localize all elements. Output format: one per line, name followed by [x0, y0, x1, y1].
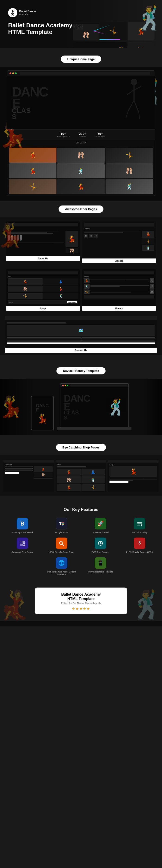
contact-input-1[interactable]: [7, 337, 81, 339]
shop-inner-card: Shop 💃 👗 🩰 💃 🤸 🕺 $99.00 Add to Cart S: [6, 269, 80, 311]
events-pagination: [84, 295, 154, 299]
home-page-preview: 💃 🕺 DANCE CLASS: [0, 67, 162, 201]
shop-heading-label: Shop: [8, 276, 78, 277]
class-img-2: 🤸: [142, 238, 154, 244]
header-thumb-2: 🤸: [100, 22, 126, 40]
checkout-label: Checkout: [5, 464, 53, 466]
speed-icon: 🚀: [95, 518, 106, 529]
checkout-inner: 💃 🩰: [5, 466, 53, 478]
contact-submit-btn[interactable]: [7, 342, 155, 344]
inner-pages-label-bar: Awesome Inner Pages: [0, 201, 162, 217]
order-item-1: 💃: [34, 466, 53, 472]
laptop-dancer: 🕺: [106, 398, 126, 417]
device-label: Device Friendly Template: [57, 367, 105, 374]
laptop-nav: [60, 384, 128, 387]
shop-label: Eye Catching Shop Pages: [56, 444, 106, 451]
event-img-1: 💃: [84, 278, 90, 283]
google-fonts-icon: T: [56, 518, 67, 529]
laptop-class-text: CLASS: [64, 410, 90, 420]
shop-item-2: 👗: [43, 278, 78, 285]
device-preview-area: 💃 DANCE 💃: [0, 379, 162, 435]
hero-dance-word: DANCE: [12, 86, 48, 109]
class-img-3: 🕺: [142, 245, 154, 251]
header-thumb-4: DANCE CLASSES 🕺: [73, 42, 127, 48]
geo-decoration-3: [99, 39, 120, 40]
event-item-3: 🤸 10MAR: [84, 289, 154, 294]
contact-title: [7, 322, 66, 323]
footer-card-sub: If You Like Our Theme Please Rate Us: [39, 602, 123, 604]
footer-dancer-right: 🕺: [130, 589, 162, 621]
about-dancer-img: 💃: [65, 231, 78, 247]
header-thumb-5: 🩰: [128, 42, 154, 48]
product-nav: [108, 460, 159, 463]
product-name: [109, 477, 143, 478]
device-mockups-row: DANCE 💃 DANCE CLASS: [2, 383, 160, 430]
classes-preview: Classes 01 02 03 💃: [82, 221, 156, 258]
contact-body: 🗺️: [5, 320, 157, 347]
shop-pages-area: Checkout 💃 🩰: [0, 455, 162, 496]
laptop-dot-r: [62, 385, 64, 386]
shop-section-wrapper: Eye Catching Shop Pages Checkout: [0, 440, 162, 500]
shop-items-grid: 💃 👗 🩰 💃 🤸 🕺: [8, 278, 78, 299]
tablet-mockup: DANCE 💃: [31, 396, 54, 430]
events-heading-label: Events: [84, 276, 154, 277]
gallery-item-9: 🕺: [105, 179, 153, 194]
bootstrap-icon: B: [17, 518, 28, 529]
shop-page-label: Shop: [6, 306, 80, 311]
shop-listing-nav: [56, 460, 106, 463]
stat-3: 50+ Dance Styles: [95, 132, 105, 137]
class-line-1: [84, 231, 140, 231]
gallery-item-2: 🩰: [57, 148, 105, 163]
event-info-3: [91, 291, 149, 293]
responsive-icon: 📱: [95, 557, 106, 569]
smooth-scroll-label: Smooth Scrolling: [122, 531, 157, 534]
shop-add-btn: Add to Cart: [67, 301, 77, 303]
checkout-content: Checkout 💃 🩰: [3, 463, 54, 490]
tablet-hero-text: DANCE: [35, 402, 50, 413]
order-total-line: [34, 478, 53, 478]
header-dancer: 🕺: [135, 5, 162, 32]
seo-label: SEO Friendly Clean Code: [44, 551, 79, 554]
listing-item-5: 💃: [57, 484, 81, 491]
contact-input-4[interactable]: [82, 340, 155, 342]
stats-row: 10+ Years Experience 200+ Students 50+ D…: [7, 129, 155, 140]
hero-text: DANCE CLASS: [7, 82, 53, 124]
footer-card: Ballet Dance Academy HTML Template If Yo…: [35, 588, 127, 614]
event-date-2: 22FEB: [150, 284, 154, 288]
feature-responsive: 📱 Fully Responsive Template: [83, 557, 119, 576]
classes-heading-label: Classes: [84, 228, 154, 229]
event-line-1b: [91, 281, 125, 281]
feature-speed: 🚀 Speed Optimized: [83, 518, 119, 534]
footer-section: 💃 🕺 Ballet Dance Academy HTML Template I…: [0, 583, 162, 621]
product-label: Shop: [109, 464, 157, 466]
contact-section: 🗺️ Contact Us: [2, 314, 160, 355]
stat-1: 10+ Years Experience: [57, 132, 70, 137]
feature-seo: SEO Friendly Clean Code: [44, 537, 79, 554]
event-item-2: 🕺 22FEB: [84, 284, 154, 288]
footer-card-title: Ballet Dance Academy HTML Template: [39, 592, 123, 601]
gallery-item-8: 💃: [57, 179, 105, 194]
seo-icon: [56, 537, 67, 549]
class-num-blocks: 01 02 03: [84, 234, 140, 238]
svg-rect-15: [62, 522, 64, 523]
contact-input-2[interactable]: [82, 337, 155, 339]
classes-nav: [84, 223, 154, 226]
home-mockup: DANCE CLASS: [7, 70, 155, 196]
events-nav: [84, 271, 154, 274]
classes-page-label: Classes: [82, 258, 156, 264]
shop-cards-grid: Checkout 💃 🩰: [3, 460, 159, 492]
event-item-1: 💃 15JAN: [84, 278, 154, 283]
svg-line-12: [126, 111, 128, 118]
svg-rect-25: [23, 544, 25, 546]
about-img-col: 💃 🩰: [65, 231, 78, 253]
event-line-2a: [91, 285, 149, 286]
events-page-label: Events: [82, 306, 156, 311]
inner-pages-container: 💃 About Us: [0, 217, 162, 355]
smooth-scroll-icon: [134, 518, 145, 529]
home-page-label: Unique Home Page: [61, 56, 101, 63]
shop-item-1: 💃: [8, 278, 42, 285]
laptop-screen: DANCE CLASS 🕺: [60, 383, 129, 427]
contact-input-3[interactable]: [7, 340, 81, 342]
checkout-card: Checkout 💃 🩰: [3, 460, 54, 492]
svg-rect-18: [62, 525, 63, 526]
